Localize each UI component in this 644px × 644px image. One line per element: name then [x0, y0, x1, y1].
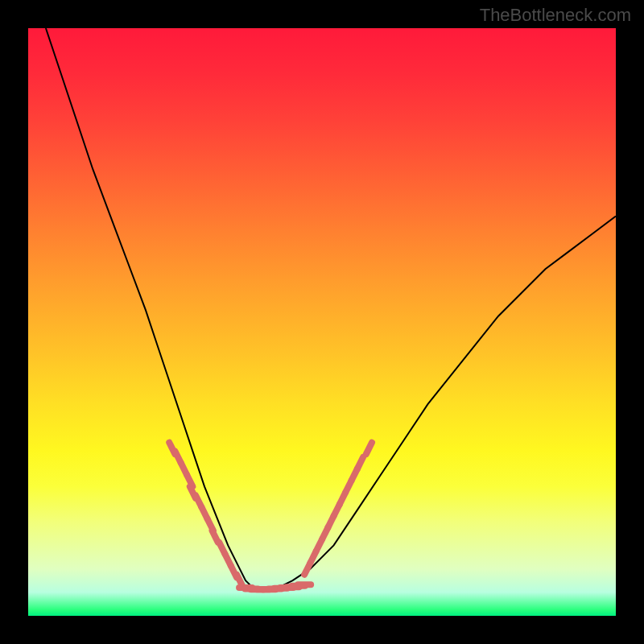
chart-svg [28, 28, 616, 616]
svg-line-33 [357, 457, 363, 469]
markers-group [169, 443, 372, 589]
watermark-text: TheBottleneck.com [480, 5, 631, 26]
chart-area [28, 28, 616, 616]
curve-group [46, 28, 616, 589]
svg-line-34 [366, 443, 372, 454]
